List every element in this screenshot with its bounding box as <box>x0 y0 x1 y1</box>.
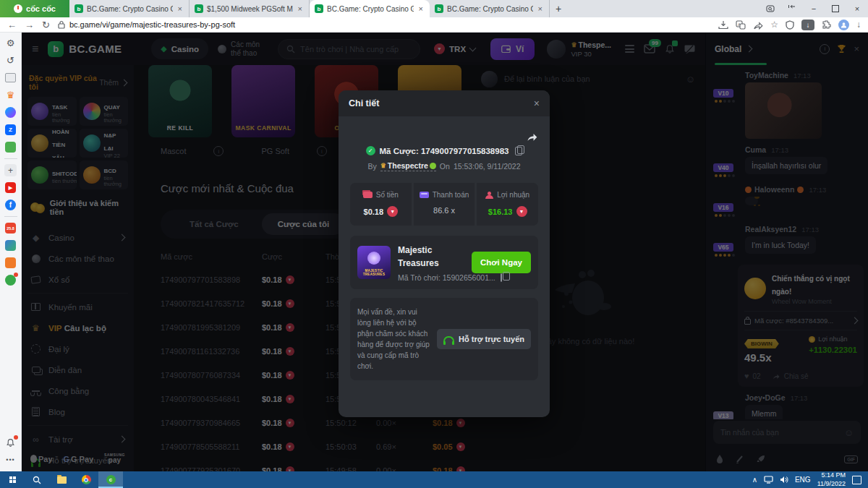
copy-icon[interactable] <box>515 147 522 155</box>
provider-mascot[interactable]: Mascot <box>161 146 224 156</box>
sidebar-item-promotions[interactable]: Khuyến mãi <box>27 296 128 317</box>
comment-input[interactable]: Để lại bình luận của bạn ☺ <box>481 69 695 89</box>
chat-username[interactable]: ToyMachine <box>745 71 788 80</box>
chat-toggle-icon[interactable] <box>684 44 695 54</box>
chat-image-attachment[interactable] <box>745 82 822 139</box>
address-bar[interactable]: bc.game/vi/game/majestic-treasures-by-pg… <box>58 19 710 30</box>
table-row[interactable]: 174900778505588211$0.18▼15:50:030.69×$0.… <box>161 435 698 458</box>
chrome-icon[interactable] <box>74 471 98 488</box>
browser-profile-avatar[interactable] <box>838 20 849 30</box>
currency-selector[interactable]: ▼ TRX <box>434 43 475 54</box>
win-share-card[interactable]: Chiến thắng có vị ngọt ngào! Wheel Wow M… <box>738 265 864 387</box>
file-explorer-icon[interactable] <box>49 471 74 488</box>
close-window-button[interactable]: × <box>846 0 868 17</box>
back-button[interactable]: ← <box>7 20 17 30</box>
mail-icon[interactable]: 99 <box>644 44 655 53</box>
live-support-button[interactable]: Hỗ trợ trực tuyến <box>437 329 531 349</box>
browser-tab-2[interactable]: b $1,500 Midweek PGSoft Mult × <box>190 0 310 17</box>
game-banner-mask-carnival[interactable]: MASK CARNIVAL <box>231 65 295 137</box>
rain-feature-icon[interactable] <box>716 455 723 464</box>
sidebar-item-blog[interactable]: Blog <box>27 401 128 422</box>
history-icon[interactable]: ↺ <box>4 54 17 67</box>
share-label[interactable]: Chia sẻ <box>784 372 809 380</box>
browser-tab-1[interactable]: b BC.Game: Crypto Casino Gam × <box>69 0 190 17</box>
coccoc-taskbar-icon[interactable]: c <box>98 471 123 488</box>
sidebar-item-forum[interactable]: Diễn đàn <box>27 359 128 380</box>
chat-username[interactable]: Haloweenn <box>754 185 794 194</box>
downloads-icon[interactable]: ↓ <box>856 20 861 30</box>
vip-card-shitcode[interactable]: SHITCODEtiền thưởng <box>27 160 77 189</box>
sale-25-8-icon[interactable]: 25.8 <box>4 222 17 234</box>
notifications-bell-icon[interactable] <box>665 44 675 54</box>
chat-username[interactable]: Cuma <box>745 145 766 154</box>
tab-close-icon[interactable]: × <box>417 4 425 13</box>
rocket-icon[interactable] <box>757 455 765 463</box>
tab-my-bets[interactable]: Cược của tôi <box>262 213 345 235</box>
provider-pgsoft[interactable]: PG Soft <box>261 146 327 156</box>
bet-list-icon[interactable] <box>625 45 634 53</box>
ticket-app-icon[interactable] <box>4 257 17 269</box>
download-active-icon[interactable]: ↓ <box>801 20 814 30</box>
draw-pencil-icon[interactable] <box>736 455 744 463</box>
sidebar-item-lottery[interactable]: Xổ số <box>27 269 128 290</box>
vip-card-task[interactable]: TASKtiền thưởng <box>27 97 77 126</box>
vip-card-rakeback[interactable]: HOÀN TIỀN XẤU <box>27 129 77 158</box>
game-search-input[interactable]: Tên trò chơi | Nhà cung cấp <box>278 39 420 59</box>
chat-message-input[interactable]: Tin nhắn của bạn ☺ <box>713 421 861 444</box>
vip-crown-icon[interactable]: ♛ <box>4 89 17 101</box>
photo-app-icon[interactable] <box>4 239 17 252</box>
zalo-icon[interactable]: Z <box>4 124 17 136</box>
tab-search-icon[interactable] <box>760 0 781 17</box>
sidebar-item-fairness[interactable]: Công bằng <box>27 380 128 401</box>
emoji-icon[interactable]: ☺ <box>844 427 854 438</box>
save-page-icon[interactable] <box>718 20 728 30</box>
minimize-button[interactable]: − <box>803 0 825 17</box>
vip-more-link[interactable]: Thêm <box>99 78 119 87</box>
modal-close-icon[interactable]: × <box>534 98 540 109</box>
info-icon[interactable] <box>317 146 327 156</box>
chat-close-icon[interactable]: × <box>854 43 859 54</box>
add-shortcut-icon[interactable]: + <box>4 164 17 176</box>
messenger-icon[interactable] <box>4 106 17 119</box>
play-now-button[interactable]: Chơi Ngay <box>472 252 531 273</box>
new-tab-button[interactable]: + <box>550 0 567 17</box>
volume-icon[interactable] <box>780 476 788 484</box>
user-profile[interactable]: ♛Thespe... VIP 30 <box>547 40 611 59</box>
game-thumbnail[interactable]: MAJESTIC TREASURES <box>357 246 391 279</box>
coccoc-brand[interactable]: cốc cốc <box>0 0 69 17</box>
sports-tab[interactable]: Các môn thể thao <box>218 40 268 57</box>
reload-button[interactable]: ↻ <box>42 20 50 30</box>
vip-card-recharge[interactable]: NẠP LẠIVIP 22 <box>80 129 129 158</box>
hidden-icons-chevron[interactable]: ∧ <box>752 476 757 484</box>
copy-icon[interactable] <box>501 273 502 282</box>
games-icon[interactable] <box>4 141 17 153</box>
vip-card-quay[interactable]: QUAYtiền thưởng <box>80 97 129 126</box>
info-icon[interactable] <box>213 146 224 156</box>
bcgame-logo[interactable]: b BC.GAME <box>48 41 122 57</box>
sidebar-item-sponsorship[interactable]: ∞Tài trợ <box>27 429 128 450</box>
chat-username[interactable]: Joey•DoGe <box>745 393 786 402</box>
sidebar-item-affiliate[interactable]: Đại lý <box>27 338 128 359</box>
tab-close-icon[interactable]: × <box>297 4 304 13</box>
translate-icon[interactable]: A <box>736 20 746 30</box>
wallet-button[interactable]: Ví <box>490 38 535 60</box>
adblock-shield-icon[interactable] <box>786 20 794 30</box>
extensions-puzzle-icon[interactable] <box>822 20 831 30</box>
trophy-icon[interactable] <box>837 44 846 53</box>
browser-tab-3-active[interactable]: b BC.Game: Crypto Casino Gam × <box>310 0 430 17</box>
share-icon[interactable] <box>753 20 763 30</box>
more-options-icon[interactable]: ••• <box>4 453 17 466</box>
sidebar-item-sports[interactable]: Các môn thể thao <box>27 248 128 269</box>
emoji-icon[interactable]: ☺ <box>686 74 695 85</box>
game-banner-rekill[interactable]: RE KILL <box>148 65 212 137</box>
reopen-tab-icon[interactable] <box>781 0 803 17</box>
tab-all-bets[interactable]: Tất cả Cược <box>174 213 255 235</box>
taskbar-search-icon[interactable] <box>25 471 49 488</box>
share-bet-icon[interactable] <box>526 131 538 142</box>
like-heart-icon[interactable]: ♥ <box>744 372 749 380</box>
facebook-icon[interactable]: f <box>4 199 17 211</box>
bet-user-link[interactable]: ♛Thespectre <box>380 161 436 171</box>
network-icon[interactable] <box>764 476 773 484</box>
clock[interactable]: 5:14 PM 11/9/2022 <box>817 471 846 488</box>
language-indicator[interactable]: ENG <box>795 476 811 484</box>
